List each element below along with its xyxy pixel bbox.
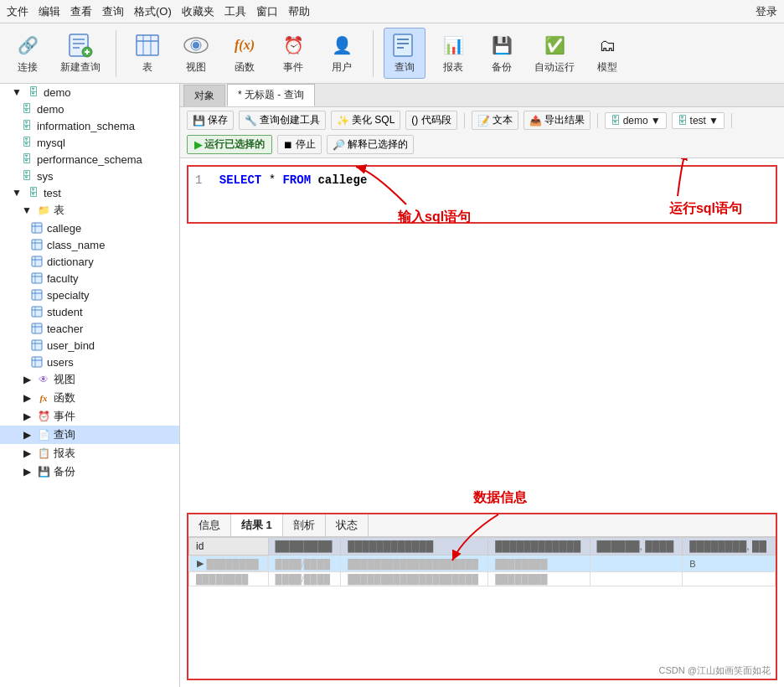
sidebar-item-label: 表 [54, 203, 64, 218]
sidebar-item-student[interactable]: student [0, 303, 179, 320]
result-tab-info[interactable]: 信息 [188, 514, 231, 536]
sidebar-item-label: users [47, 356, 74, 369]
sidebar-item-events[interactable]: ▶ ⏰ 事件 [0, 407, 179, 426]
menu-view[interactable]: 查看 [70, 4, 92, 19]
cell [590, 572, 683, 586]
sidebar-item-functions[interactable]: ▶ fx 函数 [0, 389, 179, 407]
model-icon: 🗂 [594, 32, 621, 59]
sidebar-item-user-bind[interactable]: user_bind [0, 337, 179, 354]
tab-query[interactable]: * 无标题 - 查询 [227, 84, 315, 106]
menu-help[interactable]: 帮助 [288, 4, 310, 19]
save-button[interactable]: 💾 保存 [187, 111, 234, 130]
export-icon: 📤 [529, 115, 542, 127]
result-content: id ████████ ████████████ ████████████ ██… [188, 537, 776, 679]
menu-query[interactable]: 查询 [102, 4, 124, 19]
sidebar-item-users[interactable]: users [0, 354, 179, 370]
sidebar-item-queries[interactable]: ▶ 📄 查询 [0, 426, 179, 444]
svg-rect-14 [394, 34, 412, 56]
sidebar-item-label: student [47, 306, 83, 318]
result-tab-result1[interactable]: 结果 1 [231, 514, 283, 536]
sidebar-item-demo-schema[interactable]: 🗄 demo [0, 101, 179, 117]
sidebar-item-demo-db[interactable]: ▼ 🗄 demo [0, 84, 179, 101]
autorun-label: 自动运行 [534, 60, 575, 75]
query-label: 查询 [395, 60, 415, 75]
sidebar-item-label: 函数 [54, 390, 75, 405]
sidebar-item-class-name[interactable]: class_name [0, 236, 179, 253]
editor-empty-space [180, 224, 784, 513]
run-icon: ▶ [194, 139, 202, 151]
explain-button[interactable]: 🔎 解释已选择的 [327, 135, 414, 154]
sidebar-item-views[interactable]: ▶ 👁 视图 [0, 370, 179, 389]
sidebar-item-label: 查询 [54, 427, 75, 442]
code-editor[interactable]: 1 SELECT * FROM callege [195, 173, 769, 215]
toolbar-backup[interactable]: 💾 备份 [481, 28, 523, 78]
backup-folder-icon: 💾 [37, 465, 50, 478]
sidebar-item-specialty[interactable]: specialty [0, 287, 179, 303]
sidebar-item-perf-schema[interactable]: 🗄 performance_schema [0, 151, 179, 168]
toolbar-new-query[interactable]: 新建查询 [55, 28, 106, 78]
backup-icon: 💾 [488, 32, 515, 59]
login-button[interactable]: 登录 [756, 4, 777, 19]
sidebar-item-backups[interactable]: ▶ 💾 备份 [0, 462, 179, 481]
sidebar-item-callege[interactable]: callege [0, 220, 179, 236]
run-button[interactable]: ▶ 运行已选择的 [187, 135, 272, 154]
beautify-button[interactable]: ✨ 美化 SQL [331, 111, 400, 130]
stop-button[interactable]: ⏹ 停止 [277, 135, 322, 154]
result-panel: 信息 结果 1 剖析 状态 id ████████ ████████████ █… [187, 513, 777, 680]
menu-tools[interactable]: 工具 [224, 4, 246, 19]
result-tab-status[interactable]: 状态 [326, 514, 369, 536]
toolbar-report[interactable]: 📊 报表 [432, 28, 474, 78]
sidebar-item-reports[interactable]: ▶ 📋 报表 [0, 444, 179, 462]
sidebar-item-label: test [44, 187, 61, 199]
table-row[interactable]: ████████ ████/████ ████████████████████ … [189, 572, 776, 586]
snippet-button[interactable]: () 代码段 [405, 111, 456, 130]
toolbar-view[interactable]: 视图 [175, 28, 217, 78]
query-builder-button[interactable]: 🔧 查询创建工具 [239, 111, 326, 130]
sidebar-item-label: user_bind [47, 339, 95, 352]
db-icon: 🗄 [20, 169, 34, 183]
query-folder-icon: 📄 [37, 428, 50, 442]
toolbar-event[interactable]: ⏰ 事件 [272, 28, 314, 78]
toolbar-model[interactable]: 🗂 模型 [586, 28, 628, 78]
db-icon: 🗄 [20, 119, 34, 132]
menu-favorites[interactable]: 收藏夹 [182, 4, 214, 19]
sidebar-item-info-schema[interactable]: 🗄 information_schema [0, 117, 179, 134]
toolbar-query[interactable]: 查询 [384, 28, 426, 79]
chevron-right-icon: ▶ [20, 373, 34, 386]
sidebar-item-faculty[interactable]: faculty [0, 270, 179, 287]
menu-format[interactable]: 格式(O) [134, 4, 172, 19]
menu-window[interactable]: 窗口 [256, 4, 278, 19]
toolbar-connect[interactable]: 🔗 连接 [7, 28, 49, 78]
table-icon [30, 255, 44, 268]
cell: B [683, 555, 776, 572]
db-icon: 🗄 [20, 102, 34, 116]
toolbar-table[interactable]: 表 [126, 28, 168, 78]
export-button[interactable]: 📤 导出结果 [524, 111, 591, 130]
text-button[interactable]: 📝 文本 [472, 111, 518, 130]
sidebar-item-sys[interactable]: 🗄 sys [0, 168, 179, 184]
cell: ████████████████████ [341, 572, 488, 586]
table-selector[interactable]: 🗄 test ▼ [672, 112, 725, 129]
toolbar-user[interactable]: 👤 用户 [321, 28, 363, 78]
sidebar-item-dictionary[interactable]: dictionary [0, 253, 179, 270]
menu-file[interactable]: 文件 [7, 4, 28, 19]
db-selector[interactable]: 🗄 demo ▼ [605, 112, 667, 129]
toolbar-func[interactable]: f(x) 函数 [224, 28, 266, 78]
sidebar-item-test-db[interactable]: ▼ 🗄 test [0, 184, 179, 201]
svg-rect-36 [32, 323, 42, 333]
sidebar-item-teacher[interactable]: teacher [0, 320, 179, 337]
result-tab-profile[interactable]: 剖析 [283, 514, 326, 536]
connect-label: 连接 [18, 60, 38, 75]
svg-rect-33 [32, 307, 42, 317]
table-icon [134, 32, 161, 59]
menu-edit[interactable]: 编辑 [39, 4, 60, 19]
svg-rect-24 [32, 256, 42, 266]
sidebar-item-mysql[interactable]: 🗄 mysql [0, 134, 179, 151]
model-label: 模型 [597, 60, 617, 75]
tab-object[interactable]: 对象 [183, 85, 225, 106]
sidebar-item-tables-folder[interactable]: ▼ 📁 表 [0, 201, 179, 220]
sidebar-item-label: performance_schema [37, 153, 142, 166]
text-icon: 📝 [477, 115, 490, 127]
toolbar-autorun[interactable]: ✅ 自动运行 [529, 28, 580, 78]
table-row[interactable]: ▶ ████████ ████/████ ███████████████████… [189, 555, 776, 572]
